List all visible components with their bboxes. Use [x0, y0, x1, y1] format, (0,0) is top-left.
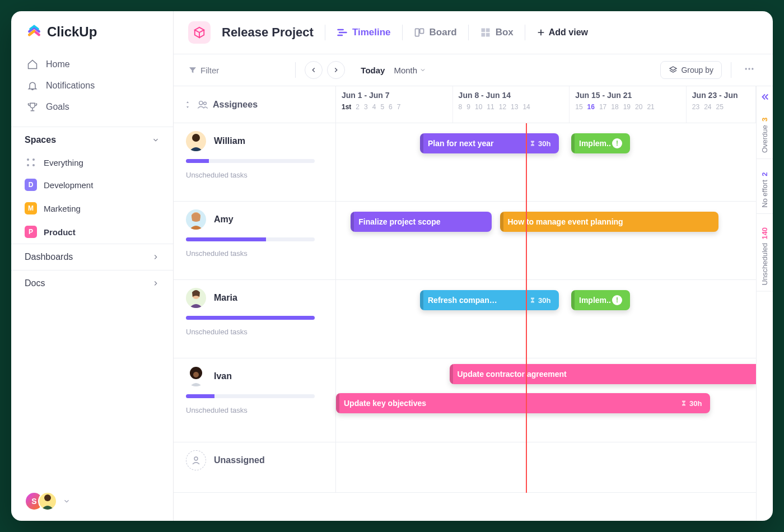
rail-overdue[interactable]: Overdue 3	[757, 112, 773, 159]
rail-count: 3	[760, 118, 769, 122]
task-bar[interactable]: Plan for next year 30h	[420, 133, 559, 153]
sidebar-item-product[interactable]: P Product	[11, 220, 173, 244]
right-rail: Overdue 3 No effort 2 Unscheduled 140	[756, 86, 773, 521]
rail-unscheduled[interactable]: Unscheduled 140	[757, 222, 773, 292]
timeline-body: William Unscheduled tasks Plan for next …	[174, 123, 756, 493]
svg-point-2	[27, 164, 29, 166]
project-icon[interactable]	[188, 21, 211, 44]
alert-icon: !	[612, 295, 622, 305]
assignee-name: Ivan	[214, 371, 232, 381]
space-label: Product	[44, 227, 76, 237]
task-label: Implem..	[579, 296, 611, 305]
sidebar-item-development[interactable]: D Development	[11, 173, 173, 197]
unscheduled-link[interactable]: Unscheduled tasks	[186, 406, 323, 414]
today-button[interactable]: Today	[361, 66, 385, 75]
rail-no-effort[interactable]: No effort 2	[757, 167, 773, 214]
sidebar-item-marketing[interactable]: M Marketing	[11, 197, 173, 220]
task-bar[interactable]: Implem.. !	[571, 290, 630, 310]
plus-icon	[536, 28, 545, 37]
user-switcher[interactable]: S	[25, 492, 57, 511]
task-bar[interactable]: Finalize project scope	[351, 212, 491, 232]
task-lane[interactable]: Finalize project scope How to manage eve…	[336, 202, 756, 279]
task-bar[interactable]: Update key objectives 30h	[336, 393, 710, 413]
timeline-icon	[337, 27, 348, 38]
task-bar[interactable]: Update contractor agreement	[450, 364, 757, 384]
timeline-header: Assignees Jun 1 - Jun 7 1st234567 Jun 8 …	[174, 86, 756, 123]
hourglass-icon	[529, 297, 536, 304]
task-label: How to manage event planning	[508, 217, 623, 226]
task-label: Plan for next year	[428, 139, 494, 148]
tab-box[interactable]: Box	[480, 27, 514, 38]
assignee-cell[interactable]: Ivan Unscheduled tasks	[174, 358, 336, 442]
task-bar[interactable]: Refresh compan… 30h	[420, 290, 559, 310]
progress-fill	[186, 394, 214, 398]
unscheduled-link[interactable]: Unscheduled tasks	[186, 171, 323, 179]
tab-timeline[interactable]: Timeline	[337, 27, 391, 38]
task-lane[interactable]: Plan for next year 30h Implem.. !	[336, 123, 756, 201]
svg-point-4	[44, 494, 51, 501]
brand-name: ClickUp	[47, 24, 97, 40]
progress-fill	[186, 237, 266, 241]
next-button[interactable]	[327, 61, 345, 79]
box-grid-icon	[480, 27, 491, 38]
today-indicator	[526, 123, 527, 493]
nav-notifications[interactable]: Notifications	[21, 75, 163, 96]
logo[interactable]: ClickUp	[11, 11, 173, 52]
assignees-column-header[interactable]: Assignees	[174, 86, 336, 123]
section-label: Docs	[25, 278, 45, 288]
chevrons-left-icon	[760, 92, 770, 102]
space-badge-icon: M	[25, 202, 37, 214]
sidebar-footer: S	[11, 482, 173, 521]
chevron-down-icon[interactable]	[63, 497, 71, 505]
sidebar-item-dashboards[interactable]: Dashboards	[11, 244, 173, 270]
nav-home[interactable]: Home	[21, 54, 163, 75]
spaces-header[interactable]: Spaces	[11, 127, 173, 152]
section-label: Dashboards	[25, 252, 73, 262]
task-lane[interactable]: Refresh compan… 30h Implem.. !	[336, 280, 756, 358]
progress-fill	[186, 316, 315, 320]
space-badge-icon: D	[25, 179, 37, 191]
sidebar: ClickUp Home Notifications Goals Spaces	[11, 11, 174, 521]
trophy-icon	[27, 101, 38, 113]
week-column: Jun 8 - Jun 14 891011121314	[453, 86, 570, 123]
assignee-cell[interactable]: Maria Unscheduled tasks	[174, 280, 336, 358]
collapse-rail-button[interactable]	[760, 92, 770, 104]
day-labels: 15161718192021	[575, 103, 680, 111]
assignee-cell[interactable]: William Unscheduled tasks	[174, 123, 336, 201]
day-labels: 1st234567	[342, 103, 447, 111]
sidebar-item-everything[interactable]: Everything	[11, 152, 173, 173]
assignee-cell[interactable]: Unassigned	[174, 442, 336, 492]
progress-bar	[186, 394, 315, 398]
grid-dots-icon	[25, 157, 37, 167]
unscheduled-link[interactable]: Unscheduled tasks	[186, 249, 323, 258]
range-selector[interactable]: Month	[394, 66, 426, 75]
project-title: Release Project	[222, 25, 314, 40]
svg-point-14	[199, 101, 203, 104]
assignee-cell[interactable]: Amy Unscheduled tasks	[174, 202, 336, 279]
tab-label: Box	[496, 27, 514, 38]
main-content: Release Project Timeline Board Box Add v…	[174, 11, 773, 521]
task-bar[interactable]: Implem.. !	[571, 133, 630, 153]
divider	[731, 62, 731, 78]
task-lane[interactable]: Update contractor agreement Update key o…	[336, 358, 756, 442]
avatar-icon	[186, 366, 206, 386]
task-bar[interactable]: How to manage event planning	[500, 212, 718, 232]
chevron-right-icon	[152, 253, 160, 261]
add-view-button[interactable]: Add view	[536, 27, 588, 38]
assignee-name: William	[214, 136, 245, 146]
prev-button[interactable]	[305, 61, 323, 79]
task-lane[interactable]	[336, 442, 756, 492]
more-menu-button[interactable]	[740, 63, 758, 77]
sidebar-item-docs[interactable]: Docs	[11, 270, 173, 296]
divider	[468, 25, 469, 40]
nav-goals[interactable]: Goals	[21, 96, 163, 118]
filter-button[interactable]: Filter	[188, 66, 219, 75]
group-by-button[interactable]: Group by	[660, 61, 722, 79]
unscheduled-link[interactable]: Unscheduled tasks	[186, 328, 323, 336]
tab-board[interactable]: Board	[414, 27, 457, 38]
primary-nav: Home Notifications Goals	[11, 52, 173, 127]
assignee-name: Amy	[214, 214, 234, 225]
chevron-right-icon	[332, 66, 340, 74]
task-label: Update contractor agreement	[458, 370, 567, 379]
progress-fill	[186, 159, 209, 163]
